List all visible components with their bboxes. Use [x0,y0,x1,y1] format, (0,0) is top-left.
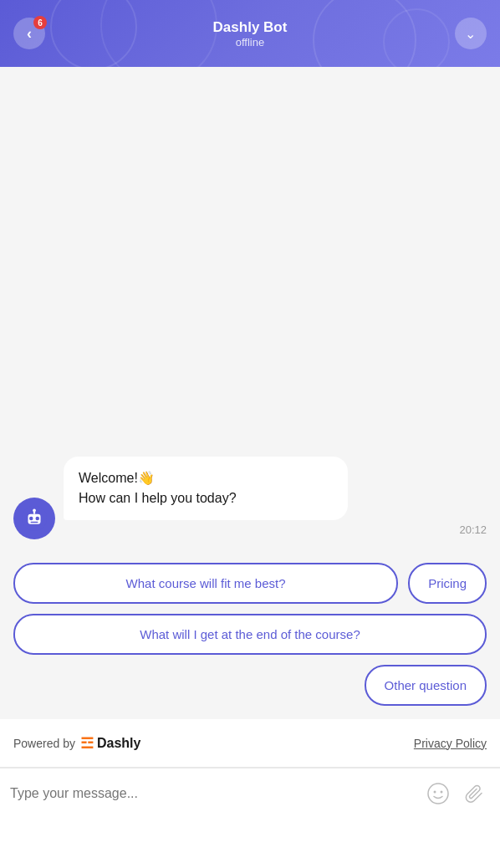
chat-messages: Welcome!👋How can I help you today? 20:12… [13,457,487,706]
svg-point-7 [428,784,448,804]
header-center: Dashly Bot offline [213,19,288,49]
header-status: offline [213,36,288,49]
back-icon: ‹ [27,25,32,43]
dashly-icon: ☲ [80,734,94,753]
header-title: Dashly Bot [213,19,288,36]
svg-point-3 [36,517,40,521]
chat-header: ‹ 6 Dashly Bot offline ⌄ [0,0,500,67]
dashly-brand-name: Dashly [97,736,140,751]
message-input[interactable] [10,786,416,801]
powered-by-label: Powered by [13,737,75,750]
quick-reply-end-course-btn[interactable]: What will I get at the end of the course… [13,614,487,655]
chevron-down-icon: ⌄ [465,26,476,42]
quick-replies: What course will fit me best? Pricing Wh… [13,563,487,706]
emoji-button[interactable] [423,779,453,809]
message-input-area [0,768,500,818]
attach-icon [463,782,487,805]
quick-reply-row-3: Other question [13,665,487,706]
dashly-logo: ☲ Dashly [80,734,140,753]
svg-rect-6 [31,522,38,523]
notification-badge: 6 [33,16,47,29]
quick-reply-other-btn[interactable]: Other question [365,665,487,706]
time-row: 20:12 [64,523,487,539]
attach-button[interactable] [460,779,490,809]
svg-point-8 [434,790,436,793]
dropdown-button[interactable]: ⌄ [455,18,487,49]
back-button[interactable]: ‹ 6 [13,18,45,49]
bot-message-row: Welcome!👋How can I help you today? 20:12 [13,457,487,539]
quick-reply-row-2: What will I get at the end of the course… [13,614,487,655]
bot-message-text: Welcome!👋How can I help you today? [79,471,237,505]
quick-reply-row-1: What course will fit me best? Pricing [13,563,487,604]
powered-by-text: Powered by ☲ Dashly [13,734,140,753]
svg-point-2 [29,517,33,521]
chat-area: Welcome!👋How can I help you today? 20:12… [0,67,500,719]
message-time: 20:12 [459,523,487,536]
privacy-policy-link[interactable]: Privacy Policy [414,737,487,750]
svg-point-5 [33,508,36,512]
svg-point-9 [441,790,443,793]
bot-avatar-icon [22,506,47,531]
avatar [13,498,55,539]
bot-message-bubble: Welcome!👋How can I help you today? [64,457,348,520]
powered-by-bar: Powered by ☲ Dashly Privacy Policy [0,719,500,768]
quick-reply-pricing-btn[interactable]: Pricing [408,563,487,604]
emoji-icon [426,782,450,805]
quick-reply-course-btn[interactable]: What course will fit me best? [13,563,398,604]
